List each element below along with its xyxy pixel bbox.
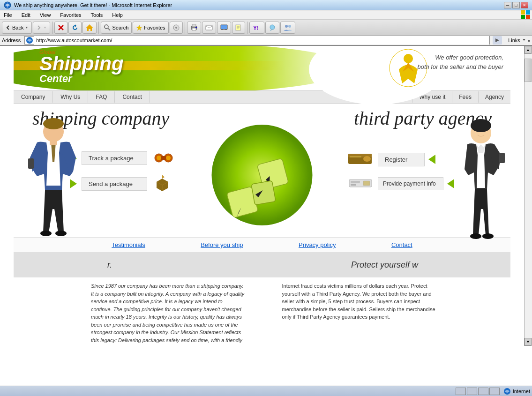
nav-agency[interactable]: Agency	[478, 91, 510, 103]
gray-section: r. Protect yourself w	[14, 253, 510, 277]
status-btn-1[interactable]	[456, 388, 466, 395]
links-arrow	[522, 37, 526, 42]
svg-rect-34	[28, 158, 34, 169]
svg-point-57	[470, 233, 481, 239]
home-button[interactable]	[82, 22, 97, 34]
register-button[interactable]: Register	[378, 153, 425, 166]
restore-button[interactable]: □	[512, 2, 520, 8]
scrollbar[interactable]: ▲ ▼	[524, 46, 532, 346]
svg-rect-10	[192, 24, 196, 27]
menu-tools[interactable]: Tools	[89, 11, 105, 19]
keyboard-circle	[212, 125, 313, 225]
send-button[interactable]: Send a package	[82, 177, 147, 191]
svg-point-36	[55, 231, 67, 236]
svg-rect-37	[50, 140, 57, 145]
content-left: Since 1987 our company has been more tha…	[91, 282, 245, 346]
track-button[interactable]: Track a package	[82, 151, 147, 165]
person-left-svg	[21, 115, 86, 275]
go-button[interactable]	[493, 36, 502, 45]
people-button[interactable]	[280, 22, 295, 34]
favorites-button[interactable]: Favorites	[133, 22, 168, 34]
svg-rect-4	[526, 15, 530, 19]
contact-link[interactable]: Contact	[391, 241, 412, 248]
svg-rect-3	[521, 15, 525, 19]
print-button[interactable]	[187, 22, 201, 34]
svg-line-6	[108, 28, 110, 30]
payment-arrow-icon	[447, 179, 454, 188]
svg-rect-11	[192, 28, 196, 30]
nav-bar: Company Why Us FAQ Contact How it works …	[14, 90, 510, 104]
person-right-svg	[454, 115, 508, 275]
separator-1	[52, 22, 52, 34]
scroll-thumb[interactable]	[525, 59, 532, 82]
svg-rect-17	[236, 25, 240, 30]
svg-point-58	[482, 233, 494, 239]
address-label: Address	[2, 37, 21, 43]
svg-rect-40	[161, 156, 166, 160]
window-controls: ─ □ ✕	[504, 2, 528, 8]
forward-button[interactable]	[33, 22, 50, 34]
menu-edit[interactable]: Edit	[20, 11, 32, 19]
nav-whyus[interactable]: Why Us	[53, 91, 88, 103]
status-btn-3[interactable]	[478, 388, 488, 395]
scroll-down-button[interactable]: ▼	[525, 338, 532, 346]
privacy-link[interactable]: Privacy policy	[299, 241, 336, 248]
content-right: Internet fraud costs victims millions of…	[282, 282, 436, 346]
nav-faq[interactable]: FAQ	[88, 91, 115, 103]
person-right	[454, 115, 508, 275]
back-button[interactable]: Back	[2, 22, 32, 34]
svg-rect-51	[351, 181, 360, 183]
svg-rect-1	[521, 10, 525, 15]
chat-button[interactable]	[265, 22, 279, 34]
person-left	[21, 115, 86, 275]
refresh-button[interactable]	[68, 22, 82, 34]
svg-rect-15	[221, 25, 227, 29]
package-icon	[154, 175, 171, 193]
right-actions: Register Provide	[348, 151, 454, 192]
status-btn-2[interactable]	[467, 388, 477, 395]
zone-label: Internet	[513, 389, 530, 394]
testimonials-link[interactable]: Testimonials	[112, 241, 145, 248]
search-button[interactable]: Search	[101, 22, 132, 34]
payment-button[interactable]: Provide payment info	[378, 177, 443, 190]
status-btn-4[interactable]	[489, 388, 500, 395]
site-header: Global Shipping Center We offer good pro…	[14, 46, 510, 90]
monitor-button[interactable]	[217, 22, 231, 34]
register-action: Register	[348, 151, 454, 167]
menu-help[interactable]: Help	[110, 11, 125, 19]
close-button[interactable]: ✕	[521, 2, 528, 8]
menu-view[interactable]: View	[38, 11, 53, 19]
svg-rect-52	[351, 184, 356, 186]
nav-company[interactable]: Company	[14, 91, 53, 103]
mail-button[interactable]	[202, 22, 216, 34]
nav-contact[interactable]: Contact	[115, 91, 150, 103]
svg-rect-12	[195, 27, 197, 28]
page-icon	[26, 37, 33, 44]
svg-rect-13	[206, 25, 212, 30]
menu-favorites[interactable]: Favorites	[58, 11, 83, 19]
svg-text:Y!: Y!	[253, 25, 259, 31]
scroll-track[interactable]	[525, 54, 532, 338]
nav-fees[interactable]: Fees	[452, 91, 478, 103]
url-input[interactable]	[34, 36, 489, 45]
scroll-up-button[interactable]: ▲	[525, 46, 532, 54]
status-right: Internet	[456, 388, 530, 395]
website: Global Shipping Center We offer good pro…	[14, 46, 510, 346]
before-ship-link[interactable]: Before you ship	[201, 241, 243, 248]
yahoo-button[interactable]: Y!	[249, 22, 264, 34]
browser-content: Global Shipping Center We offer good pro…	[0, 46, 532, 346]
svg-point-22	[270, 25, 275, 30]
menu-bar: File Edit View Favorites Tools Help	[0, 10, 532, 20]
edit-button[interactable]	[232, 22, 245, 34]
links-label[interactable]: Links	[508, 37, 520, 43]
minimize-button[interactable]: ─	[504, 2, 511, 8]
separator-3	[185, 22, 185, 34]
payment-action: Provide payment info	[348, 176, 454, 192]
media-button[interactable]	[170, 22, 183, 34]
svg-point-33	[43, 118, 64, 129]
links-expand[interactable]: »	[528, 38, 530, 43]
nav-left: Company Why Us FAQ Contact	[14, 91, 190, 103]
internet-zone: Internet	[503, 388, 530, 395]
menu-file[interactable]: File	[2, 11, 14, 19]
stop-button[interactable]	[54, 22, 67, 34]
